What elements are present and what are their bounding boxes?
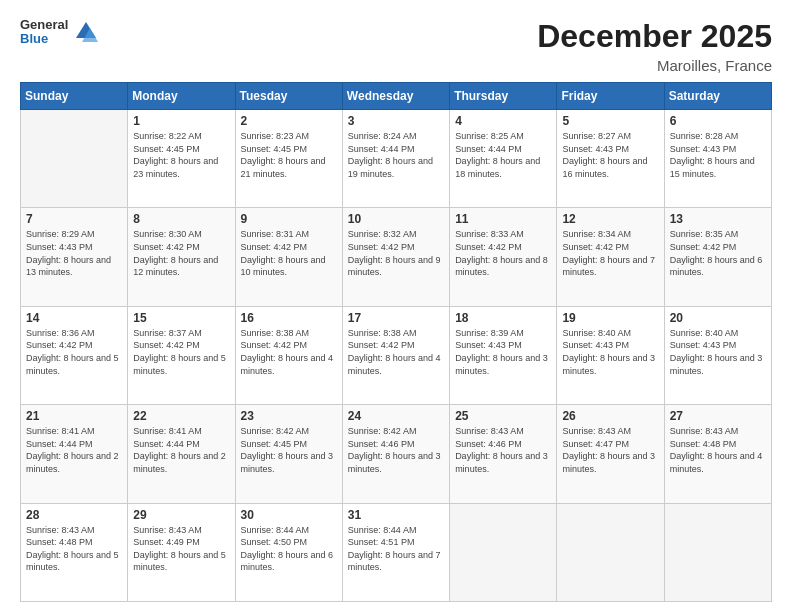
table-row: 27Sunrise: 8:43 AMSunset: 4:48 PMDayligh… <box>664 405 771 503</box>
day-number: 2 <box>241 114 337 128</box>
logo-general: General <box>20 18 68 32</box>
day-number: 8 <box>133 212 229 226</box>
day-number: 10 <box>348 212 444 226</box>
day-number: 28 <box>26 508 122 522</box>
table-row: 22Sunrise: 8:41 AMSunset: 4:44 PMDayligh… <box>128 405 235 503</box>
table-row: 8Sunrise: 8:30 AMSunset: 4:42 PMDaylight… <box>128 208 235 306</box>
month-year: December 2025 <box>537 18 772 55</box>
logo: General Blue <box>20 18 100 47</box>
day-info: Sunrise: 8:41 AMSunset: 4:44 PMDaylight:… <box>133 425 229 475</box>
day-info: Sunrise: 8:43 AMSunset: 4:49 PMDaylight:… <box>133 524 229 574</box>
table-row: 3Sunrise: 8:24 AMSunset: 4:44 PMDaylight… <box>342 110 449 208</box>
day-info: Sunrise: 8:37 AMSunset: 4:42 PMDaylight:… <box>133 327 229 377</box>
day-number: 22 <box>133 409 229 423</box>
col-thursday: Thursday <box>450 83 557 110</box>
table-row: 19Sunrise: 8:40 AMSunset: 4:43 PMDayligh… <box>557 306 664 404</box>
day-info: Sunrise: 8:44 AMSunset: 4:50 PMDaylight:… <box>241 524 337 574</box>
table-row: 26Sunrise: 8:43 AMSunset: 4:47 PMDayligh… <box>557 405 664 503</box>
day-info: Sunrise: 8:33 AMSunset: 4:42 PMDaylight:… <box>455 228 551 278</box>
day-info: Sunrise: 8:30 AMSunset: 4:42 PMDaylight:… <box>133 228 229 278</box>
day-info: Sunrise: 8:43 AMSunset: 4:48 PMDaylight:… <box>670 425 766 475</box>
day-info: Sunrise: 8:42 AMSunset: 4:45 PMDaylight:… <box>241 425 337 475</box>
day-info: Sunrise: 8:35 AMSunset: 4:42 PMDaylight:… <box>670 228 766 278</box>
day-info: Sunrise: 8:43 AMSunset: 4:48 PMDaylight:… <box>26 524 122 574</box>
day-info: Sunrise: 8:42 AMSunset: 4:46 PMDaylight:… <box>348 425 444 475</box>
col-tuesday: Tuesday <box>235 83 342 110</box>
day-number: 3 <box>348 114 444 128</box>
day-info: Sunrise: 8:32 AMSunset: 4:42 PMDaylight:… <box>348 228 444 278</box>
day-info: Sunrise: 8:28 AMSunset: 4:43 PMDaylight:… <box>670 130 766 180</box>
day-info: Sunrise: 8:43 AMSunset: 4:46 PMDaylight:… <box>455 425 551 475</box>
table-row: 21Sunrise: 8:41 AMSunset: 4:44 PMDayligh… <box>21 405 128 503</box>
table-row: 31Sunrise: 8:44 AMSunset: 4:51 PMDayligh… <box>342 503 449 601</box>
title-section: December 2025 Maroilles, France <box>537 18 772 74</box>
table-row: 6Sunrise: 8:28 AMSunset: 4:43 PMDaylight… <box>664 110 771 208</box>
day-info: Sunrise: 8:23 AMSunset: 4:45 PMDaylight:… <box>241 130 337 180</box>
logo-blue: Blue <box>20 32 68 46</box>
day-info: Sunrise: 8:29 AMSunset: 4:43 PMDaylight:… <box>26 228 122 278</box>
col-monday: Monday <box>128 83 235 110</box>
day-info: Sunrise: 8:43 AMSunset: 4:47 PMDaylight:… <box>562 425 658 475</box>
calendar: Sunday Monday Tuesday Wednesday Thursday… <box>20 82 772 602</box>
table-row: 7Sunrise: 8:29 AMSunset: 4:43 PMDaylight… <box>21 208 128 306</box>
day-number: 21 <box>26 409 122 423</box>
day-info: Sunrise: 8:22 AMSunset: 4:45 PMDaylight:… <box>133 130 229 180</box>
table-row: 20Sunrise: 8:40 AMSunset: 4:43 PMDayligh… <box>664 306 771 404</box>
day-number: 11 <box>455 212 551 226</box>
location: Maroilles, France <box>537 57 772 74</box>
day-number: 12 <box>562 212 658 226</box>
day-info: Sunrise: 8:40 AMSunset: 4:43 PMDaylight:… <box>670 327 766 377</box>
day-number: 26 <box>562 409 658 423</box>
calendar-header-row: Sunday Monday Tuesday Wednesday Thursday… <box>21 83 772 110</box>
table-row <box>664 503 771 601</box>
table-row: 30Sunrise: 8:44 AMSunset: 4:50 PMDayligh… <box>235 503 342 601</box>
day-number: 5 <box>562 114 658 128</box>
day-number: 13 <box>670 212 766 226</box>
day-number: 17 <box>348 311 444 325</box>
col-saturday: Saturday <box>664 83 771 110</box>
day-info: Sunrise: 8:38 AMSunset: 4:42 PMDaylight:… <box>348 327 444 377</box>
calendar-week-row: 14Sunrise: 8:36 AMSunset: 4:42 PMDayligh… <box>21 306 772 404</box>
table-row: 23Sunrise: 8:42 AMSunset: 4:45 PMDayligh… <box>235 405 342 503</box>
day-number: 29 <box>133 508 229 522</box>
day-number: 16 <box>241 311 337 325</box>
day-number: 15 <box>133 311 229 325</box>
day-info: Sunrise: 8:27 AMSunset: 4:43 PMDaylight:… <box>562 130 658 180</box>
table-row: 16Sunrise: 8:38 AMSunset: 4:42 PMDayligh… <box>235 306 342 404</box>
day-number: 31 <box>348 508 444 522</box>
day-number: 7 <box>26 212 122 226</box>
day-number: 19 <box>562 311 658 325</box>
table-row: 14Sunrise: 8:36 AMSunset: 4:42 PMDayligh… <box>21 306 128 404</box>
day-info: Sunrise: 8:41 AMSunset: 4:44 PMDaylight:… <box>26 425 122 475</box>
day-info: Sunrise: 8:44 AMSunset: 4:51 PMDaylight:… <box>348 524 444 574</box>
table-row <box>21 110 128 208</box>
table-row: 2Sunrise: 8:23 AMSunset: 4:45 PMDaylight… <box>235 110 342 208</box>
table-row: 1Sunrise: 8:22 AMSunset: 4:45 PMDaylight… <box>128 110 235 208</box>
day-info: Sunrise: 8:40 AMSunset: 4:43 PMDaylight:… <box>562 327 658 377</box>
page: General Blue December 2025 Maroilles, Fr… <box>0 0 792 612</box>
day-number: 18 <box>455 311 551 325</box>
table-row <box>557 503 664 601</box>
table-row: 9Sunrise: 8:31 AMSunset: 4:42 PMDaylight… <box>235 208 342 306</box>
table-row: 11Sunrise: 8:33 AMSunset: 4:42 PMDayligh… <box>450 208 557 306</box>
table-row: 25Sunrise: 8:43 AMSunset: 4:46 PMDayligh… <box>450 405 557 503</box>
table-row <box>450 503 557 601</box>
table-row: 17Sunrise: 8:38 AMSunset: 4:42 PMDayligh… <box>342 306 449 404</box>
table-row: 24Sunrise: 8:42 AMSunset: 4:46 PMDayligh… <box>342 405 449 503</box>
day-number: 14 <box>26 311 122 325</box>
calendar-week-row: 7Sunrise: 8:29 AMSunset: 4:43 PMDaylight… <box>21 208 772 306</box>
day-number: 30 <box>241 508 337 522</box>
table-row: 4Sunrise: 8:25 AMSunset: 4:44 PMDaylight… <box>450 110 557 208</box>
day-number: 9 <box>241 212 337 226</box>
day-number: 4 <box>455 114 551 128</box>
table-row: 5Sunrise: 8:27 AMSunset: 4:43 PMDaylight… <box>557 110 664 208</box>
day-number: 27 <box>670 409 766 423</box>
day-number: 25 <box>455 409 551 423</box>
calendar-week-row: 21Sunrise: 8:41 AMSunset: 4:44 PMDayligh… <box>21 405 772 503</box>
day-info: Sunrise: 8:24 AMSunset: 4:44 PMDaylight:… <box>348 130 444 180</box>
day-number: 6 <box>670 114 766 128</box>
day-info: Sunrise: 8:31 AMSunset: 4:42 PMDaylight:… <box>241 228 337 278</box>
day-number: 23 <box>241 409 337 423</box>
day-info: Sunrise: 8:25 AMSunset: 4:44 PMDaylight:… <box>455 130 551 180</box>
day-info: Sunrise: 8:36 AMSunset: 4:42 PMDaylight:… <box>26 327 122 377</box>
